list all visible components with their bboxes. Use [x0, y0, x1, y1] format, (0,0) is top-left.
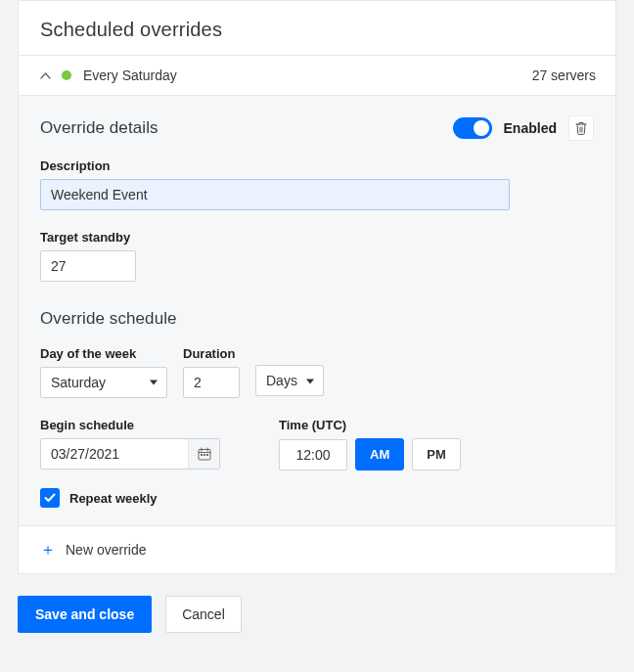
duration-unit-select[interactable]: Days [255, 365, 324, 396]
repeat-checkbox[interactable] [40, 488, 60, 508]
enabled-label: Enabled [504, 120, 557, 136]
enabled-toggle[interactable] [453, 117, 492, 139]
details-heading: Override details [40, 118, 158, 138]
calendar-button[interactable] [188, 439, 219, 469]
check-icon [44, 493, 56, 503]
delete-button[interactable] [568, 115, 594, 141]
time-input[interactable] [279, 439, 347, 470]
calendar-icon [198, 447, 211, 461]
summary-count: 27 servers [532, 67, 596, 83]
repeat-label: Repeat weekly [69, 491, 158, 506]
chevron-up-icon [38, 68, 52, 82]
begin-label: Begin schedule [40, 418, 220, 432]
svg-rect-1 [201, 454, 203, 456]
details-body: Override details Enabled Description Tar… [19, 96, 615, 525]
pm-button[interactable]: PM [412, 438, 461, 470]
panel-title: Scheduled overrides [40, 19, 594, 41]
panel-header: Scheduled overrides [19, 1, 615, 56]
description-input[interactable] [40, 179, 510, 210]
svg-rect-3 [206, 454, 208, 456]
time-label: Time (UTC) [279, 418, 461, 432]
new-override-button[interactable]: ＋ New override [19, 525, 615, 573]
duration-input[interactable] [183, 367, 240, 398]
trash-icon [575, 121, 587, 135]
am-button[interactable]: AM [355, 438, 404, 470]
duration-label: Duration [183, 346, 240, 361]
description-label: Description [40, 158, 594, 173]
standby-label: Target standby [40, 230, 594, 245]
new-override-label: New override [66, 542, 146, 558]
summary-label: Every Saturday [83, 67, 532, 83]
summary-row[interactable]: Every Saturday 27 servers [19, 56, 615, 96]
day-label: Day of the week [40, 346, 167, 361]
standby-input[interactable] [40, 250, 136, 282]
cancel-button[interactable]: Cancel [165, 596, 242, 633]
status-dot-icon [62, 70, 71, 80]
plus-icon: ＋ [40, 542, 56, 558]
svg-rect-2 [204, 454, 205, 456]
day-select[interactable]: Saturday [40, 367, 167, 398]
toggle-knob-icon [474, 120, 489, 136]
save-button[interactable]: Save and close [18, 596, 152, 633]
schedule-heading: Override schedule [40, 309, 594, 329]
